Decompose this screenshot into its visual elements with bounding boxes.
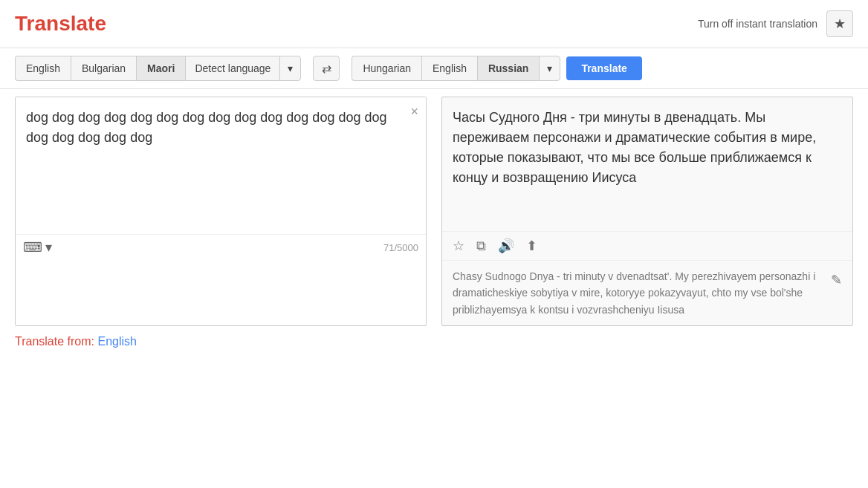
target-lang-dropdown[interactable]: ▾ [539, 56, 560, 81]
source-footer: ⌨ ▾ 71/5000 [16, 234, 426, 260]
source-lang-dropdown[interactable]: ▾ [279, 56, 301, 81]
romanization: Chasy Sudnogo Dnya - tri minuty v dvenad… [442, 260, 852, 325]
favorite-button[interactable]: ☆ [453, 238, 464, 254]
edit-button[interactable]: ✎ [831, 272, 842, 288]
translated-text: Часы Судного Дня - три минуты в двенадца… [442, 97, 852, 231]
keyboard-button[interactable]: ⌨ ▾ [23, 239, 52, 256]
translate-from-label: Translate from: English [15, 335, 137, 348]
header-right: Turn off instant translation ★ [698, 10, 853, 37]
source-lang-panel: English Bulgarian Maori Detect language … [15, 56, 301, 81]
listen-button[interactable]: 🔊 [498, 238, 514, 254]
translate-button[interactable]: Translate [566, 56, 641, 80]
clear-button[interactable]: × [410, 105, 418, 118]
source-lang-bulgarian[interactable]: Bulgarian [71, 56, 136, 81]
translate-from-language: English [97, 335, 136, 348]
main-content: dog dog dog dog dog dog dog dog dog dog … [0, 97, 868, 326]
target-actions: ☆ ⧉ 🔊 ⬆ [442, 231, 852, 260]
translate-from-prefix: Translate from: [15, 335, 94, 348]
target-lang-english[interactable]: English [421, 56, 477, 81]
keyboard-dropdown-icon: ▾ [45, 239, 52, 256]
target-panel: Часы Судного Дня - три минуты в двенадца… [441, 97, 853, 326]
instant-translation-button[interactable]: Turn off instant translation [698, 18, 817, 30]
star-icon: ★ [834, 16, 846, 32]
source-panel: dog dog dog dog dog dog dog dog dog dog … [15, 97, 427, 326]
share-button[interactable]: ⬆ [526, 238, 537, 254]
target-lang-russian[interactable]: Russian [477, 56, 539, 81]
swap-icon: ⇄ [322, 62, 331, 76]
star-button[interactable]: ★ [826, 10, 853, 37]
target-lang-panel: Hungarian English Russian ▾ [352, 56, 560, 81]
swap-languages-button[interactable]: ⇄ [313, 56, 340, 81]
translate-from-section: Translate from: English [0, 326, 868, 357]
keyboard-icon: ⌨ [23, 239, 42, 256]
source-lang-detect[interactable]: Detect language [185, 56, 279, 81]
source-lang-english[interactable]: English [15, 56, 71, 81]
copy-button[interactable]: ⧉ [476, 238, 486, 254]
language-bar: English Bulgarian Maori Detect language … [0, 48, 868, 89]
source-lang-maori[interactable]: Maori [136, 56, 185, 81]
char-count: 71/5000 [383, 242, 418, 253]
app-title: Translate [15, 12, 106, 36]
source-textarea[interactable]: dog dog dog dog dog dog dog dog dog dog … [16, 97, 426, 231]
target-lang-hungarian[interactable]: Hungarian [352, 56, 421, 81]
app-header: Translate Turn off instant translation ★ [0, 0, 868, 48]
